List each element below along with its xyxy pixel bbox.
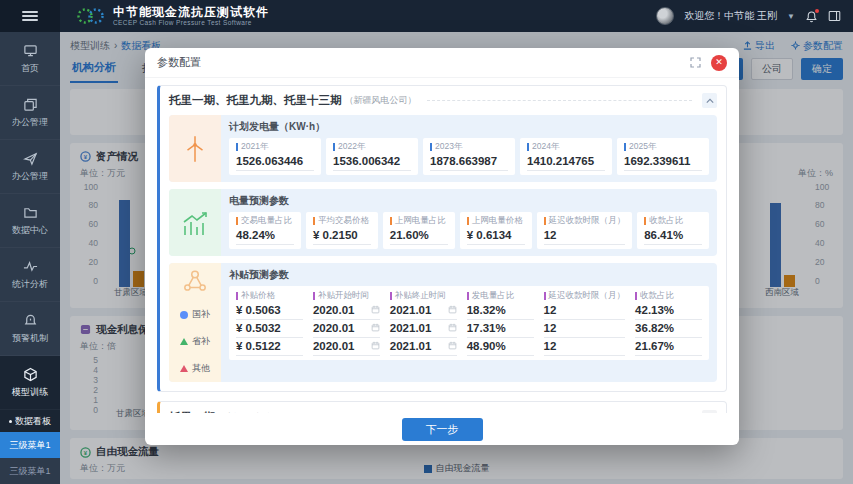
cell-start-date[interactable]: 2020.01 [313,320,380,338]
field-2022[interactable]: 2022年1536.006342 [326,138,418,175]
sidebar-item-home[interactable]: 首页 [0,32,60,86]
cell-delay[interactable]: 12 [544,338,626,356]
sidebar-item-label: 首页 [21,62,39,75]
cell-collect[interactable]: 42.13% [635,302,702,320]
other-subsidy-icon [180,365,188,372]
cell-price[interactable]: ¥ 0.5032 [236,320,303,338]
wind-turbine-icon [182,134,208,164]
send-icon [23,151,38,166]
block-title: 补贴预测参数 [229,268,709,282]
sidebar-item-warning[interactable]: 预警机制 [0,302,60,356]
param-config-modal: 参数配置 ✕ 托里一期、托里九期、托里十三期 （新疆风电公司） [145,48,739,445]
cell-collect[interactable]: 21.67% [635,338,702,356]
field-trade-ratio[interactable]: 交易电量占比48.24% [229,212,301,249]
provincial-subsidy-icon [180,338,188,345]
cell-delay[interactable]: 12 [544,320,626,338]
sidebar-submenu-level3-1[interactable]: 三级菜单1 [0,432,60,458]
col-header: 补贴终止时间 [390,288,457,302]
modal-body: 托里一期、托里九期、托里十三期 （新疆风电公司） 计划发电量（KW·h） [145,78,739,413]
col-header: 收款占比 [635,288,702,302]
cell-price[interactable]: ¥ 0.5063 [236,302,303,320]
row-label-other: 其他 [180,355,210,382]
col-header: 补贴开始时间 [313,288,380,302]
sidebar-subitem-label: 数据看板 [15,415,51,428]
subsidy-table: 补贴价格 补贴开始时间 补贴终止时间 发电量占比 延迟收款时限（月） 收款占比 … [236,288,702,356]
sidebar: 首页 办公管理 办公管理 数据中心 统计分析 预警机制 模型训练 数据看板 三级… [0,32,60,484]
field-2021[interactable]: 2021年1526.063446 [229,138,321,175]
hamburger-menu-button[interactable] [0,0,60,32]
calendar-icon [448,341,457,350]
section-tuoli-2: 托里二期 （新疆风电公司） [157,401,727,413]
bullet-icon [9,420,12,423]
section-subtitle: （新疆风电公司） [345,94,417,107]
modal-footer: 下一步 [145,413,739,445]
cell-delay[interactable]: 12 [544,302,626,320]
app-brand: 中节能现金流抗压测试软件 CECEP Cash Flow Pressure Te… [76,6,269,26]
top-header: 中节能现金流抗压测试软件 CECEP Cash Flow Pressure Te… [0,0,853,32]
sidebar-item-label: 模型训练 [12,386,48,399]
field-2023[interactable]: 2023年1878.663987 [423,138,515,175]
power-forecast-block: 电量预测参数 交易电量占比48.24% 平均交易价格¥ 0.2150 上网电量占… [169,189,717,256]
calendar-icon [448,323,457,332]
col-header: 延迟收款时限（月） [544,288,626,302]
field-grid-ratio[interactable]: 上网电量占比21.60% [383,212,455,249]
modal-header: 参数配置 ✕ [145,48,739,78]
cell-gen-ratio[interactable]: 48.90% [467,338,534,356]
field-2024[interactable]: 2024年1410.214765 [520,138,612,175]
divider [427,100,693,101]
cell-end-date[interactable]: 2021.01 [390,338,457,356]
sidebar-item-label: 预警机制 [12,332,48,345]
subsidy-forecast-block: 国补 省补 其他 补贴预测参数 补贴价格 补贴开始时间 补贴终止时间 发电量占比… [169,263,717,382]
sidebar-item-office-1[interactable]: 办公管理 [0,86,60,140]
user-avatar[interactable] [656,7,674,25]
field-2025[interactable]: 2025年1692.339611 [617,138,709,175]
block-title: 计划发电量（KW·h） [229,120,709,134]
sidebar-submenu-label: 三级菜单1 [9,439,50,452]
sidebar-item-office-2[interactable]: 办公管理 [0,140,60,194]
calendar-icon [448,305,457,314]
copy-icon [23,97,38,112]
folder-icon [23,205,38,220]
fullscreen-icon[interactable] [690,57,701,68]
welcome-text[interactable]: 欢迎您！中节能 王刚 [684,9,777,23]
sidebar-submenu-level3-2[interactable]: 三级菜单1 [0,458,60,484]
sidebar-item-label: 办公管理 [12,116,48,129]
modal-title: 参数配置 [157,55,201,70]
section-title: 托里一期、托里九期、托里十三期 [169,93,342,108]
field-collect-ratio[interactable]: 收款占比86.41% [637,212,709,249]
col-header: 补贴价格 [236,288,303,302]
sidebar-item-data-center[interactable]: 数据中心 [0,194,60,248]
cell-collect[interactable]: 36.82% [635,320,702,338]
row-label-provincial: 省补 [180,328,210,355]
col-header: 发电量占比 [467,288,534,302]
cell-gen-ratio[interactable]: 18.32% [467,302,534,320]
sidebar-item-statistics[interactable]: 统计分析 [0,248,60,302]
pulse-icon [23,259,38,274]
app-title: 中节能现金流抗压测试软件 [113,6,269,19]
field-avg-price[interactable]: 平均交易价格¥ 0.2150 [306,212,378,249]
sidebar-item-label: 统计分析 [12,278,48,291]
field-delay-months[interactable]: 延迟收款时限（月）12 [537,212,633,249]
calendar-icon [371,323,380,332]
layout-icon[interactable] [828,10,841,22]
cell-start-date[interactable]: 2020.01 [313,302,380,320]
notification-button[interactable] [805,10,818,23]
growth-chart-icon [181,210,209,236]
cube-icon [23,367,38,382]
calendar-icon [371,341,380,350]
user-menu-caret-icon[interactable]: ▼ [787,12,795,21]
cell-price[interactable]: ¥ 0.5122 [236,338,303,356]
sidebar-item-label: 数据中心 [12,224,48,237]
close-icon[interactable]: ✕ [711,55,727,71]
cell-end-date[interactable]: 2021.01 [390,320,457,338]
cell-start-date[interactable]: 2020.01 [313,338,380,356]
field-grid-price[interactable]: 上网电量价格¥ 0.6134 [460,212,532,249]
next-step-button[interactable]: 下一步 [402,418,483,441]
cell-gen-ratio[interactable]: 17.31% [467,320,534,338]
collapse-button[interactable] [702,93,717,108]
network-icon [182,269,208,293]
sidebar-subitem-dashboard[interactable]: 数据看板 [0,410,60,432]
hamburger-icon [22,9,38,23]
cell-end-date[interactable]: 2021.01 [390,302,457,320]
sidebar-item-model-training[interactable]: 模型训练 [0,356,60,410]
